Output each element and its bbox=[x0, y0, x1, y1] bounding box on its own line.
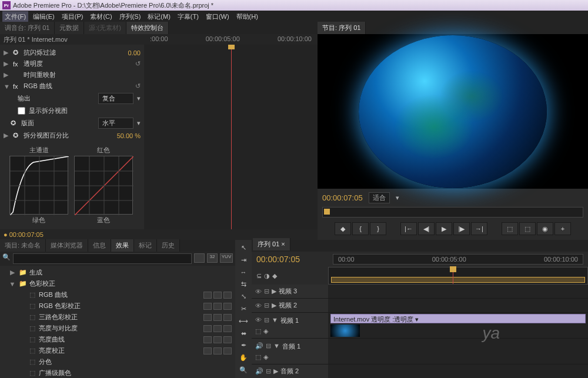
timeline-work-area[interactable] bbox=[328, 267, 588, 285]
pen-tool[interactable]: ✒ bbox=[236, 340, 250, 352]
hand-tool[interactable]: ✋ bbox=[236, 352, 250, 363]
slide-tool[interactable]: ⬌ bbox=[236, 328, 250, 339]
effects-tree-item[interactable]: ⬚广播级颜色 bbox=[1, 367, 234, 378]
step-back-button[interactable]: ◀| bbox=[418, 222, 435, 235]
effects-tree-item[interactable]: ⬚亮度校正 bbox=[1, 345, 234, 356]
snap-icon[interactable]: ⊆ bbox=[256, 272, 262, 280]
menu-title[interactable]: 字幕(T) bbox=[175, 11, 201, 22]
rate-stretch-tool[interactable]: ⤡ bbox=[236, 291, 250, 302]
tab-source[interactable]: 源:(无素材) bbox=[84, 22, 126, 34]
menu-sequence[interactable]: 序列(S) bbox=[117, 11, 143, 22]
menu-edit[interactable]: 编辑(E) bbox=[31, 11, 57, 22]
add-marker-button[interactable]: ◆ bbox=[335, 222, 351, 235]
reset-icon[interactable]: ↺ bbox=[135, 60, 141, 68]
program-monitor-viewport[interactable] bbox=[318, 34, 588, 189]
settings-button[interactable]: + bbox=[554, 222, 571, 235]
output-dropdown[interactable]: 复合 bbox=[98, 93, 133, 104]
step-forward-button[interactable]: |▶ bbox=[453, 222, 470, 235]
eye-icon[interactable]: 👁 bbox=[255, 288, 262, 295]
ec-timecode[interactable]: 00:00:07:05 bbox=[9, 231, 44, 238]
reset-icon[interactable]: ↺ bbox=[135, 82, 141, 90]
lock-icon[interactable]: ⬚ bbox=[255, 327, 261, 335]
zoom-fit-dropdown[interactable]: 适合 bbox=[369, 192, 390, 203]
filter-32bit-icon[interactable]: 32 bbox=[207, 253, 218, 263]
zoom-tool[interactable]: 🔍 bbox=[236, 364, 250, 376]
linked-selection-icon[interactable]: ◑ bbox=[264, 272, 270, 280]
tab-effects[interactable]: 效果 bbox=[111, 239, 134, 252]
prop-opacity[interactable]: 透明度 bbox=[24, 59, 132, 68]
timeline-clip[interactable]: Internet.mov 透明度 :透明度 ▾ bbox=[330, 314, 586, 323]
effects-tree-item[interactable]: ▶📁生成 bbox=[1, 267, 234, 278]
menu-clip[interactable]: 素材(C) bbox=[88, 11, 114, 22]
tab-program[interactable]: 节目: 序列 01 bbox=[318, 22, 366, 34]
track-select-tool[interactable]: ⇥ bbox=[236, 255, 250, 266]
menu-file[interactable]: 文件(F) bbox=[2, 11, 28, 22]
effects-tree-item[interactable]: ⬚亮度与对比度 bbox=[1, 323, 234, 334]
tab-sequence[interactable]: 序列 01 × bbox=[253, 238, 290, 250]
track-video-1[interactable]: 👁⊟▼视频 1 ⬚◈ Internet.mov 透明度 :透明度 ▾ bbox=[252, 313, 588, 339]
menu-project[interactable]: 项目(P) bbox=[59, 11, 86, 22]
effects-tree-item[interactable]: ⬚亮度曲线 bbox=[1, 334, 234, 345]
filter-accelerated-icon[interactable] bbox=[194, 253, 205, 263]
marker-icon[interactable]: ◆ bbox=[272, 272, 277, 280]
track-audio-1[interactable]: 🔊⊟▼音频 1 ⬚◈ bbox=[252, 339, 588, 364]
export-frame-button[interactable]: ◉ bbox=[537, 222, 553, 235]
layout-dropdown[interactable]: 水平 bbox=[98, 118, 133, 129]
track-video-3[interactable]: 👁⊟▶视频 3 bbox=[252, 285, 588, 299]
rolling-edit-tool[interactable]: ⇆ bbox=[236, 279, 250, 290]
prop-anti-flicker[interactable]: 抗闪烁过滤 bbox=[24, 48, 125, 57]
timeline-ruler[interactable]: 00:00 00:00:05:00 00:00:10:00 bbox=[333, 254, 583, 265]
track-video-2[interactable]: 👁⊟▶视频 2 bbox=[252, 299, 588, 313]
effects-tree-item[interactable]: ⬚RGB 曲线 bbox=[1, 289, 234, 300]
program-scrubber[interactable] bbox=[322, 207, 583, 218]
program-timecode[interactable]: 00:00:07:05 bbox=[322, 193, 363, 202]
show-split-checkbox[interactable] bbox=[18, 107, 25, 115]
razor-tool[interactable]: ✂ bbox=[236, 303, 250, 315]
mark-out-button[interactable]: } bbox=[370, 222, 386, 235]
lift-button[interactable]: ⬚ bbox=[502, 222, 518, 235]
eye-icon[interactable]: 👁 bbox=[255, 316, 262, 325]
effects-search-input[interactable] bbox=[13, 253, 192, 264]
goto-out-button[interactable]: →| bbox=[471, 222, 487, 235]
tab-effect-controls[interactable]: 特效控制台 bbox=[126, 22, 169, 34]
play-button[interactable]: ▶ bbox=[436, 222, 452, 235]
tab-history[interactable]: 历史 bbox=[157, 239, 180, 252]
ec-keyframe-area[interactable] bbox=[144, 45, 318, 229]
selection-tool[interactable]: ↖ bbox=[236, 242, 250, 253]
curve-editor-red[interactable] bbox=[74, 156, 133, 215]
menu-marker[interactable]: 标记(M) bbox=[145, 11, 173, 22]
effect-badge-icon bbox=[223, 314, 232, 321]
effects-tree[interactable]: ▶📁生成▼📁色彩校正⬚RGB 曲线⬚RGB 色彩校正⬚三路色彩校正⬚亮度与对比度… bbox=[0, 266, 235, 378]
curve-editor-main[interactable] bbox=[9, 156, 68, 215]
speaker-icon[interactable]: 🔊 bbox=[255, 367, 263, 375]
prop-rgb-curves[interactable]: RGB 曲线 bbox=[24, 82, 132, 91]
effects-tree-item[interactable]: ▼📁色彩校正 bbox=[1, 278, 234, 289]
tab-media-browser[interactable]: 媒体浏览器 bbox=[46, 239, 88, 252]
extract-button[interactable]: ⬚ bbox=[519, 222, 536, 235]
eye-icon[interactable]: 👁 bbox=[255, 302, 262, 309]
effects-tree-item[interactable]: ⬚分色 bbox=[1, 356, 234, 367]
menu-help[interactable]: 帮助(H) bbox=[234, 11, 260, 22]
tab-markers[interactable]: 标记 bbox=[134, 239, 157, 252]
timeline-timecode[interactable]: 00:00:07:05 bbox=[256, 255, 333, 264]
speaker-icon[interactable]: 🔊 bbox=[255, 342, 263, 351]
ripple-edit-tool[interactable]: ↔ bbox=[236, 267, 250, 278]
tab-metadata[interactable]: 元数据 bbox=[55, 22, 84, 34]
ec-playhead[interactable] bbox=[231, 45, 232, 229]
effects-tree-item[interactable]: ⬚三路色彩校正 bbox=[1, 312, 234, 323]
ec-mini-ruler[interactable]: :00:00 00:00:05:00 00:00:10:00 bbox=[144, 34, 318, 45]
effect-badge-icon bbox=[223, 292, 232, 299]
track-audio-2[interactable]: 🔊⊟▶音频 2 bbox=[252, 364, 588, 378]
mark-in-button[interactable]: { bbox=[352, 222, 369, 235]
tab-project[interactable]: 项目: 未命名 bbox=[0, 239, 46, 252]
slip-tool[interactable]: ⟷ bbox=[236, 316, 250, 327]
tab-info[interactable]: 信息 bbox=[88, 239, 111, 252]
filter-yuv-icon[interactable]: YUV bbox=[220, 253, 233, 263]
effects-tree-item[interactable]: ⬚RGB 色彩校正 bbox=[1, 300, 234, 312]
scrub-playhead-icon[interactable] bbox=[324, 209, 330, 215]
prop-time-remap[interactable]: 时间重映射 bbox=[24, 71, 141, 79]
menu-window[interactable]: 窗口(W) bbox=[203, 11, 232, 22]
goto-in-button[interactable]: |← bbox=[400, 222, 417, 235]
tab-audio-mixer[interactable]: 调音台: 序列 01 bbox=[0, 22, 55, 34]
timeline-playhead[interactable] bbox=[453, 267, 453, 284]
